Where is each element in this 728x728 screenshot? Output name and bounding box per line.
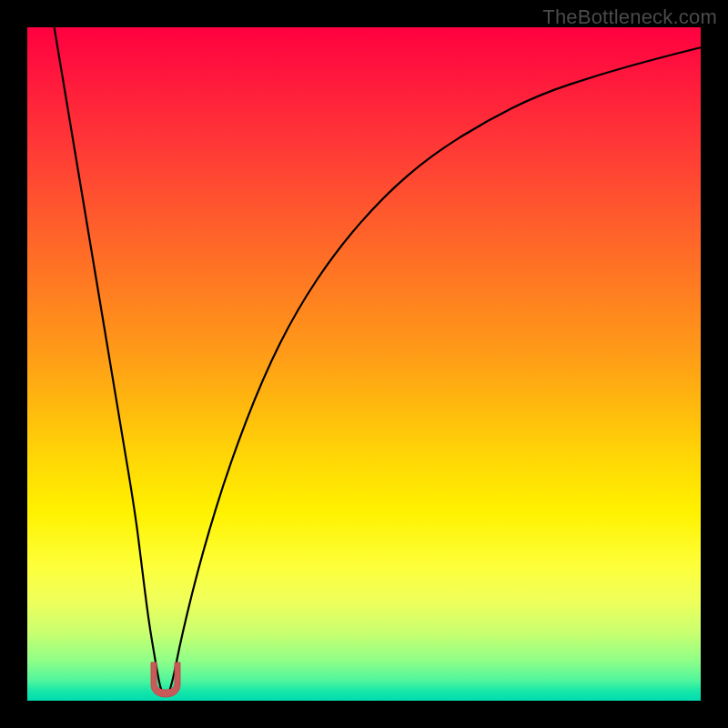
chart-frame (27, 27, 701, 701)
bottleneck-curve (27, 27, 701, 701)
watermark-text: TheBottleneck.com (542, 5, 717, 29)
optimum-marker-icon (147, 659, 184, 699)
